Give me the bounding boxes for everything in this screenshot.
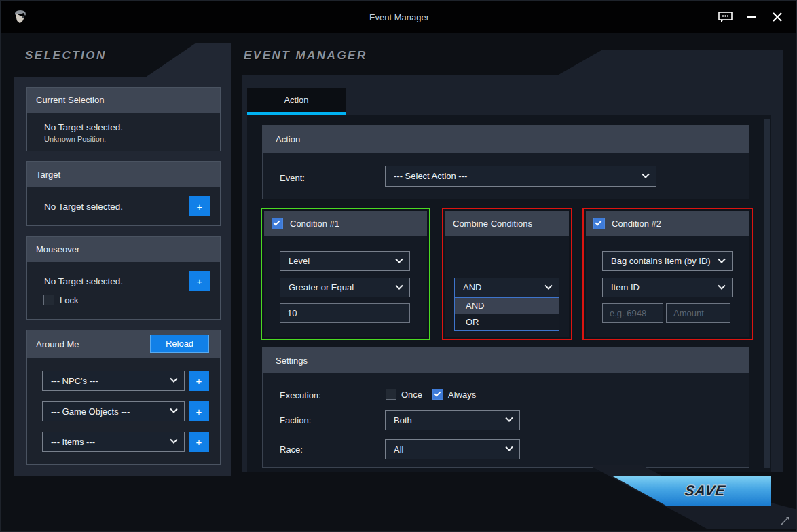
minimize-button[interactable] bbox=[742, 7, 761, 26]
minimize-icon bbox=[747, 16, 756, 18]
chevron-down-icon bbox=[170, 436, 177, 444]
condition2-field-value: Bag contains Item (by ID) bbox=[611, 256, 711, 266]
items-dropdown-value: --- Items --- bbox=[51, 437, 95, 447]
execution-always-label: Always bbox=[448, 390, 476, 400]
game-objects-dropdown[interactable]: --- Game Objects --- bbox=[42, 401, 185, 421]
plus-icon: + bbox=[196, 375, 202, 387]
combine-conditions-header-label: Combine Conditions bbox=[453, 218, 532, 229]
settings-group-header-label: Settings bbox=[276, 356, 308, 366]
action-group-header-label: Action bbox=[276, 134, 300, 145]
add-mouseover-button[interactable]: + bbox=[189, 271, 210, 291]
current-selection-box: Current Selection No Target selected. Un… bbox=[26, 87, 221, 151]
sidebar-title: SELECTION bbox=[25, 49, 107, 62]
condition2-amount-input[interactable] bbox=[666, 303, 730, 323]
vertical-scrollbar[interactable] bbox=[764, 119, 770, 468]
combine-conditions-box: Combine Conditions AND AND OR bbox=[442, 208, 572, 340]
target-no-target-text: No Target selected. bbox=[44, 202, 123, 212]
save-button[interactable]: SAVE bbox=[612, 476, 771, 506]
selection-panel: Current Selection No Target selected. Un… bbox=[14, 43, 231, 476]
npc-dropdown[interactable]: --- NPC's --- bbox=[42, 370, 185, 391]
chevron-down-icon bbox=[505, 444, 513, 451]
event-dropdown[interactable]: --- Select Action --- bbox=[385, 166, 656, 187]
main-title: EVENT MANAGER bbox=[244, 49, 367, 62]
around-me-header-label: Around Me bbox=[36, 339, 79, 349]
condition1-field-value: Level bbox=[289, 256, 310, 266]
condition1-header-label: Condition #1 bbox=[290, 218, 339, 229]
plus-icon: + bbox=[196, 436, 202, 448]
execution-once-checkbox[interactable] bbox=[386, 389, 396, 400]
target-box: Target No Target selected. + bbox=[26, 162, 221, 226]
condition2-field-dropdown[interactable]: Bag contains Item (by ID) bbox=[602, 251, 733, 271]
race-dropdown[interactable]: All bbox=[385, 439, 520, 459]
race-label: Race: bbox=[280, 444, 303, 455]
combine-operator-value: AND bbox=[463, 282, 481, 292]
chevron-down-icon bbox=[718, 255, 725, 263]
npc-dropdown-value: --- NPC's --- bbox=[51, 376, 98, 386]
target-header-label: Target bbox=[36, 170, 60, 180]
window-title: Event Manager bbox=[1, 1, 797, 33]
reload-button[interactable]: Reload bbox=[150, 335, 209, 353]
faction-dropdown-value: Both bbox=[394, 415, 412, 425]
chevron-down-icon bbox=[505, 415, 513, 422]
condition2-item-id-input[interactable] bbox=[602, 303, 663, 323]
execution-label: Execution: bbox=[280, 390, 321, 400]
execution-once-label: Once bbox=[401, 390, 422, 400]
action-group: Action Event: --- Select Action --- bbox=[262, 125, 749, 200]
add-item-button[interactable]: + bbox=[189, 432, 209, 452]
chevron-down-icon bbox=[395, 282, 403, 289]
condition2-header-label: Condition #2 bbox=[612, 218, 661, 229]
condition1-field-dropdown[interactable]: Level bbox=[280, 251, 410, 271]
chat-button[interactable] bbox=[716, 7, 735, 26]
reload-label: Reload bbox=[166, 339, 193, 349]
combine-operator-dropdown[interactable]: AND bbox=[454, 278, 559, 297]
chevron-down-icon bbox=[642, 170, 649, 178]
execution-always-checkbox[interactable] bbox=[432, 389, 443, 400]
current-selection-header-label: Current Selection bbox=[36, 95, 104, 105]
tab-action[interactable]: Action bbox=[247, 88, 346, 115]
combine-conditions-header: Combine Conditions bbox=[445, 211, 569, 236]
condition1-value-input[interactable] bbox=[280, 303, 410, 323]
save-label: SAVE bbox=[656, 482, 726, 499]
game-objects-dropdown-value: --- Game Objects --- bbox=[51, 406, 130, 417]
condition1-box: Condition #1 Level Greater or Equal bbox=[261, 208, 430, 340]
resize-grip-icon[interactable] bbox=[779, 515, 791, 527]
chevron-down-icon bbox=[170, 406, 177, 413]
current-selection-position-text: Unknown Position. bbox=[44, 135, 106, 143]
items-dropdown[interactable]: --- Items --- bbox=[42, 432, 185, 452]
condition2-checkbox[interactable] bbox=[593, 218, 605, 229]
condition2-operator-dropdown[interactable]: Item ID bbox=[602, 278, 733, 297]
titlebar: Event Manager bbox=[1, 1, 797, 33]
combine-option-and[interactable]: AND bbox=[455, 298, 559, 314]
chevron-down-icon bbox=[544, 282, 552, 289]
chevron-down-icon bbox=[718, 282, 725, 289]
lock-checkbox[interactable] bbox=[43, 294, 54, 305]
lock-label: Lock bbox=[60, 295, 78, 305]
check-icon bbox=[595, 219, 602, 226]
action-tab-page: Action Event: --- Select Action --- Cond… bbox=[247, 115, 771, 472]
condition1-operator-value: Greater or Equal bbox=[289, 282, 354, 292]
add-game-object-button[interactable]: + bbox=[189, 401, 209, 421]
close-icon bbox=[773, 12, 782, 22]
condition2-header: Condition #2 bbox=[586, 211, 749, 236]
plus-icon: + bbox=[196, 406, 202, 417]
condition2-box: Condition #2 Bag contains Item (by ID) I… bbox=[582, 208, 753, 340]
settings-group-header: Settings bbox=[263, 347, 749, 373]
race-dropdown-value: All bbox=[394, 444, 403, 455]
settings-group: Settings Execution: Once Always Faction:… bbox=[262, 347, 749, 468]
faction-dropdown[interactable]: Both bbox=[385, 410, 520, 430]
add-target-button[interactable]: + bbox=[189, 196, 210, 216]
condition1-checkbox[interactable] bbox=[272, 218, 283, 229]
condition1-header: Condition #1 bbox=[264, 211, 427, 236]
combine-option-or[interactable]: OR bbox=[455, 314, 559, 330]
check-icon bbox=[434, 390, 441, 397]
combine-operator-options: AND OR bbox=[454, 297, 559, 331]
mouseover-box: Mouseover No Target selected. + Lock bbox=[26, 236, 221, 320]
target-header: Target bbox=[27, 162, 220, 187]
check-icon bbox=[274, 219, 280, 226]
event-manager-panel: Action Action Event: --- Select Action -… bbox=[242, 50, 783, 472]
close-button[interactable] bbox=[768, 7, 787, 26]
condition1-operator-dropdown[interactable]: Greater or Equal bbox=[280, 278, 410, 297]
action-group-header: Action bbox=[263, 126, 749, 153]
add-npc-button[interactable]: + bbox=[189, 370, 209, 391]
current-selection-no-target-text: No Target selected. bbox=[44, 122, 123, 132]
